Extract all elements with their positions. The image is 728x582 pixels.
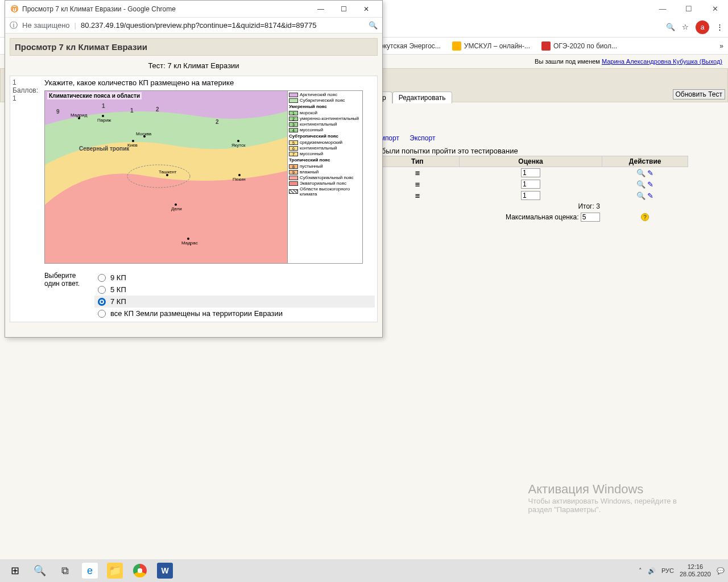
radio-7kp-selected[interactable] <box>98 298 106 306</box>
svg-text:Москва: Москва <box>136 131 152 136</box>
export-link[interactable]: Экспорт <box>410 134 435 142</box>
svg-text:Ташкент: Ташкент <box>159 169 177 174</box>
import-export-links: Импорт Экспорт <box>375 134 444 142</box>
svg-text:9: 9 <box>56 109 60 115</box>
popup-close[interactable]: ✕ <box>355 1 378 18</box>
answer-option-all[interactable]: все КП Земли размещены на территории Евр… <box>94 307 375 319</box>
bg-close[interactable]: ✕ <box>702 0 728 17</box>
points-label: Баллов: <box>13 86 40 94</box>
svg-text:Северный тропик: Северный тропик <box>79 146 130 152</box>
grades-table: Тип Оценка Действие ≡ 🔍 ✎ ≡ 🔍 ✎ ≡ <box>375 156 688 223</box>
menu-icon[interactable]: ⋮ <box>716 23 723 31</box>
logout-link[interactable]: (Выход) <box>698 58 722 65</box>
popup-minimize[interactable]: — <box>309 1 332 18</box>
edge-app[interactable]: e <box>78 559 101 582</box>
svg-text:Париж: Париж <box>97 118 111 123</box>
zoom-icon[interactable]: 🔍 <box>666 23 675 31</box>
radio-9kp[interactable] <box>98 274 106 282</box>
svg-text:2: 2 <box>156 106 159 113</box>
tray-chevron-icon[interactable]: ˄ <box>639 567 642 575</box>
max-grade-input[interactable] <box>581 213 600 222</box>
table-row: ≡ 🔍 ✎ <box>376 178 688 190</box>
bookmark-umschool[interactable]: УМСКУЛ – онлайн-... <box>452 41 530 51</box>
question-number: 1 <box>13 78 40 86</box>
task-view-button[interactable]: ⧉ <box>53 559 76 582</box>
taskbar: ⊞ 🔍 ⧉ e 📁 W ˄ 🔊 РУС 12:16 28.05.2020 💬 <box>0 559 728 582</box>
svg-point-4 <box>102 115 104 117</box>
search-button[interactable]: 🔍 <box>28 559 51 582</box>
radio-all[interactable] <box>98 310 106 318</box>
language-indicator[interactable]: РУС <box>661 567 674 574</box>
col-grade: Оценка <box>459 156 602 167</box>
moodle-favicon-icon: ⓜ <box>10 5 19 14</box>
attempts-text: е были попытки пройти это тестирование <box>375 147 518 155</box>
profile-avatar[interactable]: a <box>696 20 709 34</box>
start-button[interactable]: ⊞ <box>3 559 26 582</box>
explorer-app[interactable]: 📁 <box>104 559 126 582</box>
bg-maximize[interactable]: ☐ <box>676 0 702 17</box>
svg-point-10 <box>237 140 239 142</box>
test-name: Тест: 7 кл Климат Евразии <box>10 56 378 76</box>
climate-map-image: Мадрид Париж Москва Киев Якутск Ташкент … <box>44 90 363 264</box>
question-text: Укажите, какое количество КП размещено н… <box>44 78 375 87</box>
update-test-button[interactable]: Обновить Тест <box>673 89 726 99</box>
username-link[interactable]: Марина Александровна Кубушка <box>602 58 698 65</box>
map-title: Климатические пояса и области <box>47 92 142 99</box>
word-app[interactable]: W <box>154 559 176 582</box>
page-heading: Просмотр 7 кл Климат Евразии <box>10 38 378 56</box>
volume-icon[interactable]: 🔊 <box>648 567 656 575</box>
address-bar[interactable]: ⓘ Не защищено | 80.237.49.19/question/pr… <box>5 18 382 34</box>
preview-icon[interactable]: 🔍 <box>636 169 646 177</box>
info-icon[interactable]: ⓘ <box>10 20 18 31</box>
svg-point-14 <box>238 174 241 176</box>
answer-option-5kp[interactable]: 5 КП <box>94 284 375 296</box>
bookmark-energo[interactable]: ркутская Энергос... <box>380 42 441 50</box>
map-svg: Мадрид Париж Москва Киев Якутск Ташкент … <box>45 91 288 264</box>
radio-5kp[interactable] <box>98 286 106 294</box>
svg-point-8 <box>132 140 134 142</box>
map-legend: Арктический пояс Субарктический пояс Уме… <box>287 91 362 263</box>
svg-point-18 <box>187 238 189 240</box>
favicon-icon <box>452 41 461 51</box>
popup-maximize[interactable]: ☐ <box>332 1 355 18</box>
bg-minimize[interactable]: — <box>650 0 676 17</box>
question-type-icon: ≡ <box>415 180 420 189</box>
help-icon[interactable]: ? <box>641 213 649 221</box>
chrome-app[interactable] <box>129 559 151 582</box>
svg-point-16 <box>175 203 177 206</box>
tab-edit[interactable]: Редактировать <box>392 92 452 103</box>
clock[interactable]: 12:16 28.05.2020 <box>680 563 711 578</box>
col-action: Действие <box>602 156 688 167</box>
security-text: Не защищено <box>22 21 70 30</box>
svg-text:1: 1 <box>130 107 134 114</box>
svg-text:Мадрид: Мадрид <box>71 113 88 118</box>
answer-prompt: Выберите один ответ. <box>44 272 90 319</box>
star-icon[interactable]: ☆ <box>682 23 689 31</box>
svg-text:Пекин: Пекин <box>233 177 246 182</box>
system-tray: ˄ 🔊 РУС 12:16 28.05.2020 💬 <box>639 563 725 578</box>
svg-text:Мадрас: Мадрас <box>181 240 198 246</box>
svg-text:1: 1 <box>102 103 105 109</box>
question-type-icon: ≡ <box>415 191 420 200</box>
preview-popup-window: ⓜ Просмотр 7 кл Климат Евразии - Google … <box>5 0 383 338</box>
table-row: ≡ 🔍 ✎ <box>376 167 688 179</box>
grade-input[interactable] <box>521 180 540 189</box>
edit-icon[interactable]: ✎ <box>647 192 653 200</box>
favicon-icon <box>541 41 551 51</box>
grade-input[interactable] <box>521 191 540 200</box>
search-icon[interactable]: 🔍 <box>369 21 378 30</box>
question-box: 1 Баллов: 1 Укажите, какое количество КП… <box>10 76 378 322</box>
edit-icon[interactable]: ✎ <box>647 169 653 177</box>
svg-text:Дели: Дели <box>171 206 182 211</box>
notifications-icon[interactable]: 💬 <box>717 567 725 575</box>
preview-icon[interactable]: 🔍 <box>636 180 646 189</box>
svg-text:2: 2 <box>216 119 219 125</box>
answer-option-9kp[interactable]: 9 КП <box>94 272 375 284</box>
answer-option-7kp[interactable]: 7 КП <box>94 296 375 307</box>
col-type: Тип <box>376 156 460 167</box>
preview-icon[interactable]: 🔍 <box>636 192 646 200</box>
grade-input[interactable] <box>521 168 540 177</box>
edit-icon[interactable]: ✎ <box>647 180 653 189</box>
bookmark-oge[interactable]: ОГЭ-2020 по биол... <box>541 41 617 51</box>
bookmarks-more[interactable]: » <box>719 42 723 50</box>
